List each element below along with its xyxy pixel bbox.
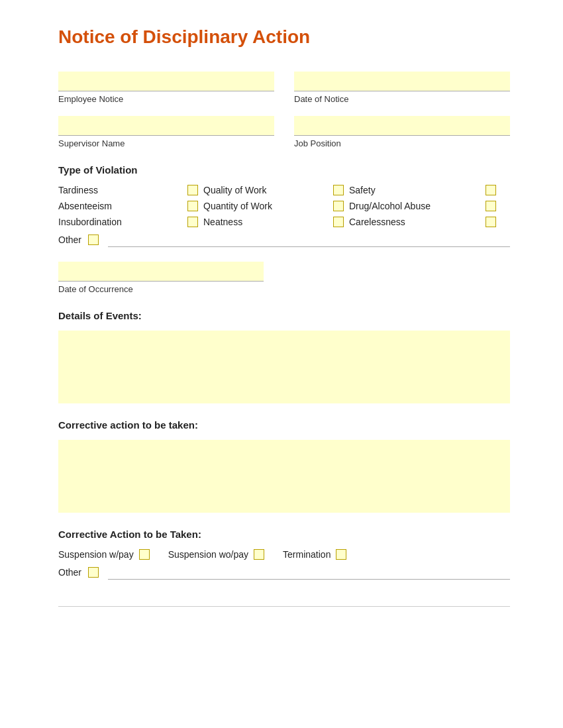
violation-row-2: Absenteeism Quantity of Work Drug/Alcoho… <box>58 201 510 211</box>
checkbox-drug[interactable] <box>486 201 496 211</box>
top-fields-row: Employee Notice Date of Notice <box>58 72 510 104</box>
checkbox-absenteeism[interactable] <box>187 201 198 211</box>
violation-carelessness-label: Carelessness <box>349 217 405 227</box>
checkbox-suspension-pay[interactable] <box>139 549 150 560</box>
checkbox-suspension-nopay[interactable] <box>254 549 264 560</box>
corrective-other-input[interactable] <box>108 565 510 580</box>
violation-other-label: Other <box>58 234 81 245</box>
violation-absenteeism-label: Absenteeism <box>58 201 112 211</box>
violation-row-3: Insubordination Neatness Carelessness <box>58 217 510 227</box>
corrective-action-title: Corrective Action to be Taken: <box>58 529 510 540</box>
job-position-label: Job Position <box>294 138 510 148</box>
details-textarea[interactable] <box>58 331 510 403</box>
checkbox-neatness[interactable] <box>333 217 344 227</box>
checkbox-termination[interactable] <box>336 549 346 560</box>
corrective-text-title: Corrective action to be taken: <box>58 419 510 431</box>
ca-suspension-nopay: Suspension wo/pay <box>168 549 276 560</box>
ca-termination: Termination <box>283 549 352 560</box>
violations-wrapper: Tardiness Quality of Work Safety Absente… <box>58 185 510 227</box>
ca-suspension-pay-label: Suspension w/pay <box>58 549 134 560</box>
date-occurrence-label: Date of Occurrence <box>58 284 510 294</box>
violation-section-title: Type of Violation <box>58 164 510 176</box>
violation-neatness-label: Neatness <box>203 217 242 227</box>
date-of-notice-input[interactable] <box>294 72 510 91</box>
job-position-input[interactable] <box>294 116 510 136</box>
checkbox-safety[interactable] <box>486 185 496 195</box>
date-of-notice-group: Date of Notice <box>294 72 510 104</box>
checkbox-other-violation[interactable] <box>88 234 99 245</box>
checkbox-insubordination[interactable] <box>187 217 198 227</box>
violation-safety-label: Safety <box>349 185 376 195</box>
violation-other-input[interactable] <box>108 233 510 247</box>
violation-row-1: Tardiness Quality of Work Safety <box>58 185 510 195</box>
employee-notice-label: Employee Notice <box>58 94 274 104</box>
employee-notice-group: Employee Notice <box>58 72 274 104</box>
violation-insubordination-label: Insubordination <box>58 217 122 227</box>
job-position-group: Job Position <box>294 116 510 148</box>
violation-quantity-label: Quantity of Work <box>203 201 272 211</box>
supervisor-name-label: Supervisor Name <box>58 138 274 148</box>
date-of-notice-label: Date of Notice <box>294 94 510 104</box>
checkbox-other-corrective[interactable] <box>88 567 99 578</box>
corrective-text-textarea[interactable] <box>58 440 510 513</box>
violation-drug-label: Drug/Alcohol Abuse <box>349 201 431 211</box>
corrective-other-row: Other <box>58 565 510 580</box>
page-title: Notice of Disciplinary Action <box>58 26 510 48</box>
ca-suspension-nopay-label: Suspension wo/pay <box>168 549 248 560</box>
employee-notice-input[interactable] <box>58 72 274 91</box>
second-fields-row: Supervisor Name Job Position <box>58 116 510 148</box>
checkbox-quality[interactable] <box>333 185 344 195</box>
ca-suspension-pay: Suspension w/pay <box>58 549 162 560</box>
violation-other-row: Other <box>58 233 510 247</box>
supervisor-name-group: Supervisor Name <box>58 116 274 148</box>
violation-quality-label: Quality of Work <box>203 185 266 195</box>
violation-tardiness-label: Tardiness <box>58 185 98 195</box>
date-occurrence-group: Date of Occurrence <box>58 262 510 294</box>
page-divider <box>58 606 510 607</box>
corrective-actions-row: Suspension w/pay Suspension wo/pay Termi… <box>58 549 510 560</box>
details-title: Details of Events: <box>58 310 510 321</box>
date-occurrence-input[interactable] <box>58 262 264 282</box>
checkbox-tardiness[interactable] <box>187 185 198 195</box>
ca-termination-label: Termination <box>283 549 331 560</box>
checkbox-carelessness[interactable] <box>486 217 496 227</box>
corrective-other-label: Other <box>58 567 81 578</box>
supervisor-name-input[interactable] <box>58 116 274 136</box>
checkbox-quantity[interactable] <box>333 201 344 211</box>
